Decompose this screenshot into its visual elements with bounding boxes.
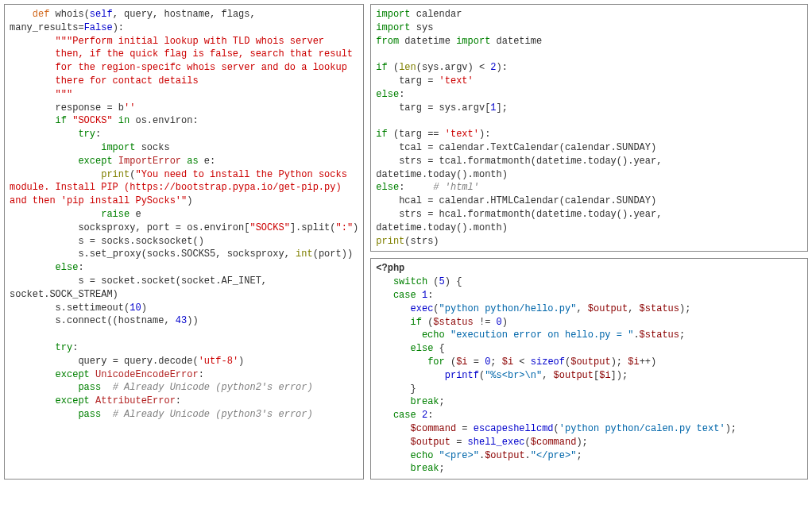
paren: ( <box>388 62 399 73</box>
code-text: ++) <box>640 356 657 368</box>
paren: ( <box>422 317 433 328</box>
variable: $output <box>570 356 610 368</box>
code-panel-top-right[interactable]: import calendar import sys from datetime… <box>370 4 808 252</box>
keyword-if: if <box>376 129 387 140</box>
semi: ; <box>576 450 582 461</box>
number: 43 <box>176 315 187 326</box>
semi: ; <box>439 396 445 407</box>
var-name: hcal <box>399 195 427 206</box>
paren: ( <box>427 276 439 287</box>
colon: : <box>78 262 83 273</box>
code-panel-bottom-right[interactable]: <?php switch (5) { case 1: exec("python … <box>370 258 808 480</box>
code-text: s.settimeout( <box>56 302 130 314</box>
keyword-raise: raise <box>101 209 130 220</box>
space <box>439 129 445 140</box>
brace: { <box>433 343 444 354</box>
code-text: (strs) <box>404 236 439 247</box>
paren: ( <box>445 356 456 368</box>
string: "</pre>" <box>531 450 577 461</box>
keyword-else: else <box>376 89 399 100</box>
builtin-print: print <box>376 236 404 247</box>
module-name: datetime <box>490 36 542 47</box>
keyword-if: if <box>376 62 387 73</box>
code-text: ) { <box>445 276 462 287</box>
exception-name: AttributeError <box>95 395 176 406</box>
paren: )) <box>187 315 198 326</box>
code-text: datetime.today().month) <box>376 222 508 233</box>
variable: $command <box>411 423 457 434</box>
code-text: s.set_proxy(socks.SOCKS5, socksproxy, <box>78 248 296 260</box>
builtin-int: int <box>296 248 313 260</box>
docstring: then, if the quick flag is false, search… <box>56 48 353 60</box>
colon: : <box>72 342 78 353</box>
space <box>445 329 450 341</box>
code-text: query.decode( <box>118 356 199 367</box>
string: 'python python/calen.py text' <box>559 423 725 434</box>
comment: # 'html' <box>433 182 479 193</box>
keyword-echo: echo <box>411 450 434 461</box>
code-text: ): <box>113 22 124 33</box>
string: "python python/hello.py" <box>439 303 577 314</box>
keyword-pass: pass <box>78 409 101 420</box>
string: "%s<br>\n" <box>485 370 542 381</box>
module-name: socks <box>135 142 169 153</box>
variable: $i <box>502 356 513 368</box>
docstring: """ <box>56 89 73 100</box>
variable: $i <box>456 356 467 368</box>
code-text: sys.argv[ <box>433 102 490 114</box>
op: != <box>474 317 497 328</box>
keyword-import: import <box>456 36 490 47</box>
paren: ( <box>525 437 531 448</box>
variable: $i <box>599 370 610 381</box>
keyword-break: break <box>411 463 439 474</box>
builtin-print: print <box>101 169 130 180</box>
exception-name: UnicodeEncodeError <box>95 369 199 380</box>
keyword-in: in <box>118 115 130 126</box>
func-printf: printf <box>445 370 479 381</box>
colon: : <box>427 410 433 421</box>
func-sizeof: sizeof <box>531 356 565 368</box>
paren: ) <box>353 222 358 233</box>
number: 2 <box>490 62 496 73</box>
string: '' <box>124 102 135 114</box>
param-name: many_results <box>10 22 78 33</box>
code-text: os.environ: <box>130 115 198 126</box>
op-eq: = <box>176 222 181 233</box>
code-text: e <box>130 209 141 220</box>
colon: : <box>199 369 204 380</box>
func-shellexec: shell_exec <box>468 437 525 448</box>
string: module. Install PIP (https://bootstrap.p… <box>10 182 347 193</box>
space <box>113 156 118 167</box>
docstring: """Perform initial lookup with TLD whois… <box>56 36 324 47</box>
code-panel-left[interactable]: def whois(self, query, hostname, flags, … <box>4 4 364 480</box>
string: 'text' <box>445 129 479 140</box>
paren: ) <box>141 302 147 314</box>
code-text: socks.socksocket() <box>95 236 204 247</box>
code-text: ): <box>479 129 490 140</box>
variable: $output <box>554 370 594 381</box>
space <box>90 395 95 406</box>
string: "execution error on hello.py = " <box>450 329 633 341</box>
keyword-else: else <box>376 182 399 193</box>
keyword-as: as <box>187 156 198 167</box>
module-name: calendar <box>411 9 462 20</box>
op: = <box>450 437 468 448</box>
dot: . <box>633 329 639 341</box>
docstring <box>10 89 56 100</box>
func-escapeshellcmd: escapeshellcmd <box>474 423 554 434</box>
code-text: ]; <box>497 102 508 114</box>
var-name: s <box>78 236 89 247</box>
string: "<pre>" <box>439 450 479 461</box>
code-text: os.environ[ <box>181 222 249 233</box>
comma: , <box>576 303 587 314</box>
colon: : <box>427 290 433 301</box>
exception-name: ImportError <box>118 156 181 167</box>
code-text: tcal.formatmonth(datetime.today().year, <box>433 156 667 167</box>
space <box>101 409 112 420</box>
keyword-case: case <box>393 290 416 301</box>
space <box>101 382 112 393</box>
var-name: strs <box>399 209 427 220</box>
keyword-import: import <box>376 22 410 33</box>
op: = <box>468 356 485 368</box>
paren: ) <box>187 195 192 206</box>
